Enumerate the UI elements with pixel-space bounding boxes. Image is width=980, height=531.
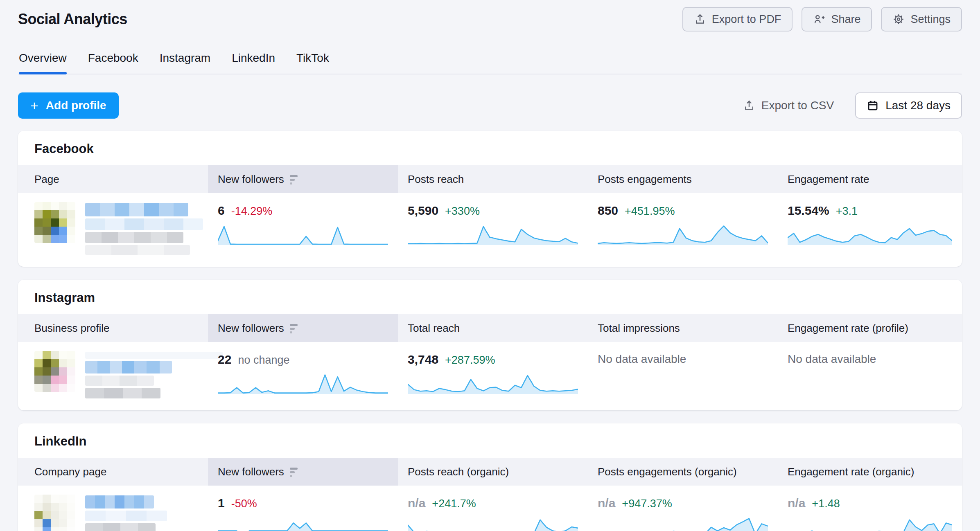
instagram-profile-cell[interactable] xyxy=(18,351,208,400)
settings-label: Settings xyxy=(910,13,951,26)
page-title: Social Analytics xyxy=(18,11,127,28)
sparkline-chart xyxy=(408,371,578,394)
tab-instagram[interactable]: Instagram xyxy=(160,52,211,74)
metric-change: -50% xyxy=(231,497,257,510)
metric-value: 5,590 xyxy=(408,204,438,218)
date-range-button[interactable]: Last 28 days xyxy=(855,92,962,119)
column-header-business-profile[interactable]: Business profile xyxy=(18,314,208,342)
facebook-profile-cell[interactable] xyxy=(18,202,208,257)
metric-change: +451.95% xyxy=(625,205,675,218)
column-header-posts-engagements[interactable]: Posts engagements xyxy=(588,165,778,193)
export-pdf-button[interactable]: Export to PDF xyxy=(682,7,793,32)
column-label: New followers xyxy=(218,322,284,335)
instagram-card: Instagram Business profile New followers… xyxy=(18,280,962,410)
tab-overview[interactable]: Overview xyxy=(19,52,67,74)
sort-descending-icon xyxy=(290,175,298,184)
export-pdf-label: Export to PDF xyxy=(712,13,781,26)
gear-icon xyxy=(892,13,905,25)
column-header-new-followers[interactable]: New followers xyxy=(208,165,398,193)
metric-cell-new-followers: 22no change xyxy=(208,351,398,400)
metric-cell-posts-engagements: 850+451.95% xyxy=(588,202,778,257)
facebook-avatar xyxy=(34,202,75,243)
metric-value: n/a xyxy=(788,496,805,510)
header-actions: Export to PDF Share Settings xyxy=(682,7,962,32)
tab-tiktok[interactable]: TikTok xyxy=(296,52,329,74)
redacted-profile-name xyxy=(85,495,167,531)
share-button[interactable]: Share xyxy=(802,7,872,32)
instagram-table-row: 22no change 3,748+287.59% No data availa… xyxy=(18,342,962,410)
linkedin-card: LinkedIn Company page New followers Post… xyxy=(18,423,962,531)
no-data-label: No data available xyxy=(598,353,686,366)
tab-facebook[interactable]: Facebook xyxy=(88,52,138,74)
linkedin-avatar xyxy=(34,495,75,531)
facebook-table-header: Page New followers Posts reach Posts eng… xyxy=(18,165,962,193)
metric-value: 6 xyxy=(218,204,225,218)
sparkline-chart xyxy=(408,515,578,531)
metric-value: n/a xyxy=(408,496,425,510)
column-header-posts-reach[interactable]: Posts reach xyxy=(398,165,588,193)
metric-cell-total-impressions: No data available xyxy=(588,351,778,400)
social-analytics-page: Social Analytics Export to PDF Share Set… xyxy=(0,0,980,531)
column-header-engagement-rate-organic[interactable]: Engagement rate (organic) xyxy=(778,458,962,486)
metric-cell-posts-reach: 5,590+330% xyxy=(398,202,588,257)
export-csv-button[interactable]: Export to CSV xyxy=(743,99,834,112)
sparkline-chart xyxy=(218,371,388,394)
metric-change: +3.1 xyxy=(836,205,858,218)
tab-bar: Overview Facebook Instagram LinkedIn Tik… xyxy=(18,52,962,74)
column-label: New followers xyxy=(218,173,284,186)
column-header-page[interactable]: Page xyxy=(18,165,208,193)
metric-change: +947.37% xyxy=(622,497,672,510)
sparkline-chart xyxy=(788,223,952,245)
column-header-posts-reach-organic[interactable]: Posts reach (organic) xyxy=(398,458,588,486)
card-title-instagram: Instagram xyxy=(18,280,962,314)
metric-value: n/a xyxy=(598,496,615,510)
card-title-facebook: Facebook xyxy=(18,131,962,165)
metric-cell-engagement-rate-profile: No data available xyxy=(778,351,962,400)
sparkline-chart xyxy=(218,515,388,531)
column-header-engagement-rate-profile[interactable]: Engagement rate (profile) xyxy=(778,314,962,342)
column-header-company-page[interactable]: Company page xyxy=(18,458,208,486)
upload-icon xyxy=(743,99,755,112)
redacted-profile-name xyxy=(85,202,203,257)
metric-change: +287.59% xyxy=(445,354,495,367)
metric-value: 1 xyxy=(218,496,225,510)
column-header-new-followers[interactable]: New followers xyxy=(208,314,398,342)
upload-icon xyxy=(694,13,706,25)
no-data-label: No data available xyxy=(788,353,876,366)
column-label: New followers xyxy=(218,466,284,478)
sparkline-chart xyxy=(598,223,768,245)
metric-cell-new-followers: 6-14.29% xyxy=(208,202,398,257)
column-header-new-followers[interactable]: New followers xyxy=(208,458,398,486)
date-range-label: Last 28 days xyxy=(885,99,951,112)
controls-row: + Add profile Export to CSV Last 28 days xyxy=(18,92,962,119)
column-header-engagement-rate[interactable]: Engagement rate xyxy=(778,165,962,193)
column-header-posts-engagements-organic[interactable]: Posts engagements (organic) xyxy=(588,458,778,486)
sparkline-chart xyxy=(218,223,388,245)
metric-cell-posts-engagements-organic: n/a+947.37% xyxy=(588,495,778,531)
metric-change: no change xyxy=(238,354,289,367)
linkedin-table-row: 1-50% n/a+241.7% n/a+947.37% n/a+1.48 xyxy=(18,486,962,531)
metric-cell-posts-reach-organic: n/a+241.7% xyxy=(398,495,588,531)
tab-linkedin[interactable]: LinkedIn xyxy=(232,52,275,74)
metric-change: +241.7% xyxy=(432,497,476,510)
metric-cell-engagement-rate-organic: n/a+1.48 xyxy=(778,495,962,531)
controls-right: Export to CSV Last 28 days xyxy=(743,92,962,119)
add-profile-label: Add profile xyxy=(46,99,106,112)
redacted-profile-name xyxy=(85,351,223,400)
metric-value: 15.54% xyxy=(788,204,829,218)
column-header-total-impressions[interactable]: Total impressions xyxy=(588,314,778,342)
card-title-linkedin: LinkedIn xyxy=(18,423,962,458)
metric-value: 22 xyxy=(218,353,231,367)
person-plus-icon xyxy=(813,13,825,25)
metric-value: 3,748 xyxy=(408,353,438,367)
linkedin-table-header: Company page New followers Posts reach (… xyxy=(18,458,962,486)
instagram-table-header: Business profile New followers Total rea… xyxy=(18,314,962,342)
sort-descending-icon xyxy=(290,324,298,333)
column-header-total-reach[interactable]: Total reach xyxy=(398,314,588,342)
metric-change: -14.29% xyxy=(231,205,273,218)
sparkline-chart xyxy=(408,223,578,245)
top-header: Social Analytics Export to PDF Share Set… xyxy=(18,6,962,33)
settings-button[interactable]: Settings xyxy=(881,7,962,32)
add-profile-button[interactable]: + Add profile xyxy=(18,92,119,119)
linkedin-profile-cell[interactable] xyxy=(18,495,208,531)
